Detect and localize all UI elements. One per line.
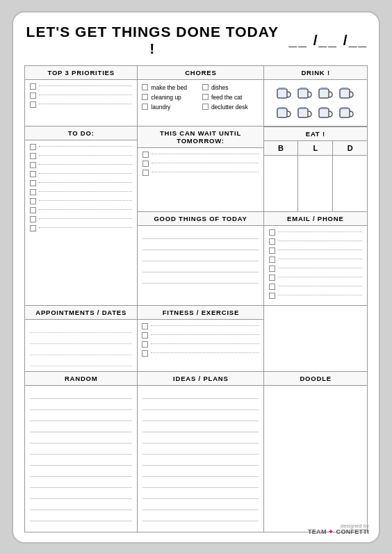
todo-cb-10[interactable] (30, 225, 36, 231)
ideas-9[interactable] (142, 478, 259, 488)
eat-d-area[interactable] (333, 156, 367, 211)
chore-cb-1[interactable] (142, 84, 148, 90)
appt-line-1[interactable] (30, 323, 132, 333)
chore-cb-6[interactable] (202, 104, 209, 110)
planner-title-row: LET'S GET THINGS DONE TODAY ! __ /__ /__ (24, 24, 368, 57)
email-cb-2[interactable] (269, 238, 275, 245)
email-cb-6[interactable] (269, 275, 275, 281)
mug-4[interactable] (338, 85, 355, 101)
svg-rect-3 (300, 88, 307, 90)
random-11[interactable] (30, 500, 132, 510)
chore-cb-5[interactable] (202, 94, 209, 100)
ideas-4[interactable] (142, 423, 259, 432)
appt-line-2[interactable] (30, 334, 132, 344)
fitness-cb-2[interactable] (142, 332, 148, 339)
eat-cols: B L D (264, 141, 367, 211)
random-4[interactable] (30, 423, 132, 432)
random-6[interactable] (30, 445, 132, 455)
todo-cb-2[interactable] (30, 153, 36, 159)
todo-cb-8[interactable] (30, 207, 36, 213)
mug-1[interactable] (276, 85, 293, 101)
random-7[interactable] (30, 456, 132, 466)
random-5[interactable] (30, 434, 132, 443)
ideas-11[interactable] (142, 500, 259, 510)
mug-3[interactable] (318, 85, 334, 101)
priority-line-1[interactable] (39, 85, 132, 86)
ideas-6[interactable] (142, 445, 259, 455)
priority-cb-3[interactable] (30, 101, 36, 108)
todo-cb-6[interactable] (30, 189, 36, 195)
random-3[interactable] (30, 412, 132, 421)
random-9[interactable] (30, 478, 132, 488)
mug-6[interactable] (297, 105, 313, 120)
date-field[interactable]: __ /__ /__ (289, 32, 368, 49)
eat-d-label: D (333, 141, 367, 156)
priority-line-2[interactable] (39, 95, 132, 95)
wait-cb-1[interactable] (142, 152, 149, 158)
appt-line-3[interactable] (30, 345, 132, 355)
chore-4: dishes (202, 84, 260, 91)
chore-cb-3[interactable] (142, 104, 148, 110)
svg-rect-11 (300, 107, 307, 109)
random-10[interactable] (30, 489, 132, 499)
email-cb-8[interactable] (269, 293, 275, 299)
todo-cb-7[interactable] (30, 198, 36, 204)
email-cb-4[interactable] (269, 256, 275, 263)
random-12[interactable] (30, 512, 132, 521)
eat-col-l: L (298, 141, 333, 211)
todo-cb-5[interactable] (30, 180, 36, 186)
ideas-10[interactable] (142, 489, 259, 499)
eat-col-b: B (264, 141, 299, 211)
mug-2[interactable] (297, 85, 313, 101)
appt-line-4[interactable] (30, 357, 132, 366)
todo-1 (30, 144, 132, 150)
todo-cb-3[interactable] (30, 162, 36, 168)
fitness-cb-1[interactable] (142, 323, 148, 329)
good-line-4[interactable] (142, 263, 258, 272)
todo-cb-9[interactable] (30, 216, 36, 222)
ideas-1[interactable] (142, 389, 259, 399)
page-title: LET'S GET THINGS DONE TODAY ! (24, 24, 281, 57)
email-cb-5[interactable] (269, 266, 275, 272)
wait-cb-3[interactable] (142, 170, 149, 176)
chore-cb-2[interactable] (142, 94, 148, 100)
email-cb-3[interactable] (269, 247, 275, 254)
mug-8[interactable] (338, 105, 355, 120)
priority-line-3[interactable] (39, 104, 132, 104)
ideas-2[interactable] (142, 400, 259, 410)
ideas-8[interactable] (142, 467, 259, 477)
row-4: APPOINTMENTS / DATES FITNESS / EXERCISE (25, 306, 367, 372)
todo-cb-1[interactable] (30, 144, 36, 150)
fitness-cb-3[interactable] (142, 341, 148, 348)
good-line-5[interactable] (142, 274, 258, 284)
good-line-3[interactable] (142, 252, 258, 261)
fitness-1 (142, 323, 259, 329)
ideas-12[interactable] (142, 512, 259, 521)
todo-cb-4[interactable] (30, 171, 36, 177)
wait-cb-2[interactable] (142, 161, 149, 167)
ideas-3[interactable] (142, 412, 259, 421)
chore-label-1: make the bed (151, 84, 187, 91)
good-line-1[interactable] (142, 229, 258, 239)
svg-rect-8 (277, 108, 287, 117)
good-line-2[interactable] (142, 241, 258, 250)
ideas-7[interactable] (142, 456, 259, 466)
random-8[interactable] (30, 467, 132, 477)
chore-cb-4[interactable] (202, 84, 209, 90)
priority-cb-1[interactable] (30, 83, 36, 90)
svg-rect-15 (341, 107, 348, 109)
email-cb-1[interactable] (269, 229, 275, 236)
mug-7[interactable] (318, 105, 334, 120)
random-2[interactable] (30, 400, 132, 410)
chore-5: feed the cat (202, 94, 260, 101)
fitness-cb-4[interactable] (142, 350, 148, 357)
random-1[interactable] (30, 389, 132, 399)
mug-5[interactable] (276, 105, 293, 120)
email-cb-7[interactable] (269, 284, 275, 290)
doodle-area[interactable] (264, 386, 367, 532)
svg-rect-0 (277, 89, 287, 98)
eat-l-area[interactable] (298, 156, 332, 211)
ideas-5[interactable] (142, 434, 259, 443)
priority-cb-2[interactable] (30, 92, 36, 99)
eat-b-area[interactable] (264, 156, 298, 211)
